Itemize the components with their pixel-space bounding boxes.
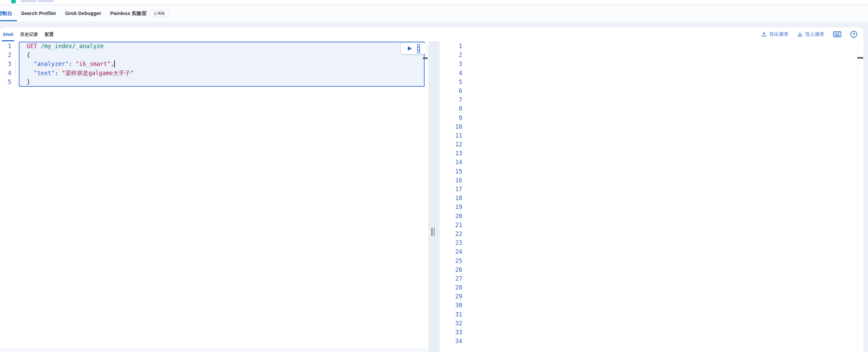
request-editor-content[interactable]: GET /my_index/_analyze{ "analyzer": "ik_… bbox=[19, 42, 425, 86]
tab-search-profiler[interactable]: Search Profiler bbox=[21, 5, 56, 22]
code-line[interactable]: "analyzer": "ik_smart", bbox=[19, 59, 425, 68]
line-number: 26 bbox=[447, 265, 462, 274]
line-number: 31 bbox=[447, 310, 462, 319]
line-number: 7 bbox=[447, 95, 462, 104]
line-number: 15 bbox=[447, 167, 462, 176]
line-number: 21 bbox=[447, 221, 462, 229]
line-number: 6 bbox=[447, 86, 462, 95]
line-number: 19 bbox=[447, 202, 462, 211]
subtab-config-label: 配置 bbox=[45, 31, 54, 38]
request-actions-pill bbox=[401, 43, 427, 54]
header-pill-cropped bbox=[21, 0, 37, 2]
line-number: 3 bbox=[0, 59, 11, 68]
line-number: 25 bbox=[447, 256, 462, 265]
scrollbar-thumb[interactable] bbox=[857, 57, 863, 59]
code-line[interactable]: "text": "梁梓祺是galgame大手子" bbox=[19, 69, 425, 78]
tab-console[interactable]: 控制台 bbox=[0, 5, 12, 22]
export-requests-button[interactable]: 导出请求 bbox=[761, 31, 788, 38]
line-number: 34 bbox=[447, 337, 462, 346]
tab-grok-debugger[interactable]: Grok Debugger bbox=[65, 5, 102, 22]
line-number: 1 bbox=[0, 42, 11, 51]
code-line[interactable]: { bbox=[19, 51, 425, 59]
line-number: 5 bbox=[0, 78, 11, 86]
line-number: 8 bbox=[447, 104, 462, 113]
tab-console-label: 控制台 bbox=[0, 10, 12, 17]
line-number: 13 bbox=[447, 149, 462, 158]
tab-painless-lab[interactable]: Painless 实验室 公测版 bbox=[110, 5, 169, 22]
line-number: 29 bbox=[447, 292, 462, 301]
line-number: 11 bbox=[447, 131, 462, 140]
elastic-logo-cropped bbox=[11, 0, 16, 3]
upload-icon bbox=[761, 32, 767, 37]
line-number: 16 bbox=[447, 176, 462, 185]
import-requests-button[interactable]: 导入请求 bbox=[797, 31, 824, 38]
request-editor[interactable]: 12345 GET /my_index/_analyze{ "analyzer"… bbox=[0, 41, 428, 352]
request-options-icon[interactable] bbox=[417, 44, 420, 53]
toolbar-actions: 导出请求 导入请求 bbox=[761, 31, 864, 38]
help-button[interactable]: ? bbox=[850, 31, 857, 38]
line-number: 4 bbox=[447, 69, 462, 78]
subtab-config[interactable]: 配置 bbox=[45, 27, 54, 41]
subtab-history[interactable]: 历史记录 bbox=[20, 27, 38, 41]
line-number: 23 bbox=[447, 238, 462, 247]
response-viewer[interactable]: 1234567891011121314151617181920212223242… bbox=[440, 41, 864, 352]
line-number: 24 bbox=[447, 247, 462, 256]
line-number: 32 bbox=[447, 319, 462, 328]
tab-painless-lab-label: Painless 实验室 bbox=[110, 10, 146, 17]
help-icon: ? bbox=[850, 31, 857, 38]
console-editors: 12345 GET /my_index/_analyze{ "analyzer"… bbox=[0, 41, 864, 352]
line-number: 1 bbox=[447, 42, 462, 51]
keyboard-icon bbox=[833, 31, 841, 37]
line-number: 22 bbox=[447, 229, 462, 238]
console-panel: Shell 历史记录 配置 导出请求 导入请求 bbox=[0, 27, 864, 352]
subtab-shell[interactable]: Shell bbox=[3, 27, 13, 41]
subtab-shell-label: Shell bbox=[3, 32, 13, 37]
svg-text:?: ? bbox=[853, 32, 855, 37]
line-number: 17 bbox=[447, 185, 462, 194]
line-number: 5 bbox=[447, 78, 462, 86]
tab-grok-debugger-label: Grok Debugger bbox=[65, 11, 102, 16]
request-editor-gutter: 12345 bbox=[0, 42, 11, 86]
line-number: 20 bbox=[447, 212, 462, 221]
line-number: 27 bbox=[447, 274, 462, 283]
line-number: 9 bbox=[447, 113, 462, 122]
line-number: 2 bbox=[447, 51, 462, 59]
code-line[interactable]: } bbox=[19, 78, 425, 86]
line-number: 4 bbox=[0, 69, 11, 78]
line-number: 18 bbox=[447, 194, 462, 202]
tab-search-profiler-label: Search Profiler bbox=[21, 11, 56, 16]
horizontal-scrollbar-track[interactable] bbox=[0, 348, 428, 352]
line-number: 12 bbox=[447, 140, 462, 149]
response-gutter: 1234567891011121314151617181920212223242… bbox=[447, 42, 462, 346]
download-icon bbox=[797, 32, 803, 37]
text-cursor bbox=[114, 60, 115, 67]
line-number: 14 bbox=[447, 158, 462, 167]
panel-resizer[interactable] bbox=[428, 41, 440, 352]
import-requests-label: 导入请求 bbox=[805, 31, 824, 38]
line-number: 28 bbox=[447, 283, 462, 292]
cropped-app-header bbox=[0, 0, 868, 5]
console-toolbar: Shell 历史记录 配置 导出请求 导入请求 bbox=[0, 27, 864, 41]
export-requests-label: 导出请求 bbox=[769, 31, 788, 38]
scrollbar-track bbox=[857, 42, 857, 352]
line-number: 3 bbox=[447, 59, 462, 68]
keyboard-shortcuts-button[interactable] bbox=[833, 31, 841, 37]
line-number: 33 bbox=[447, 328, 462, 337]
code-line[interactable]: GET /my_index/_analyze bbox=[19, 42, 425, 51]
send-request-button[interactable] bbox=[407, 46, 412, 51]
beta-badge: 公测版 bbox=[150, 10, 169, 17]
subtab-history-label: 历史记录 bbox=[20, 31, 38, 38]
resizer-grip-icon bbox=[431, 228, 437, 236]
scrollbar-thumb[interactable] bbox=[423, 57, 428, 59]
line-number: 30 bbox=[447, 301, 462, 310]
line-number: 10 bbox=[447, 122, 462, 131]
header-pill-cropped bbox=[38, 0, 54, 2]
devtools-tabbar: 控制台 Search Profiler Grok Debugger Painle… bbox=[0, 5, 868, 22]
line-number: 2 bbox=[0, 51, 11, 59]
console-subtabs: Shell 历史记录 配置 bbox=[0, 27, 54, 41]
